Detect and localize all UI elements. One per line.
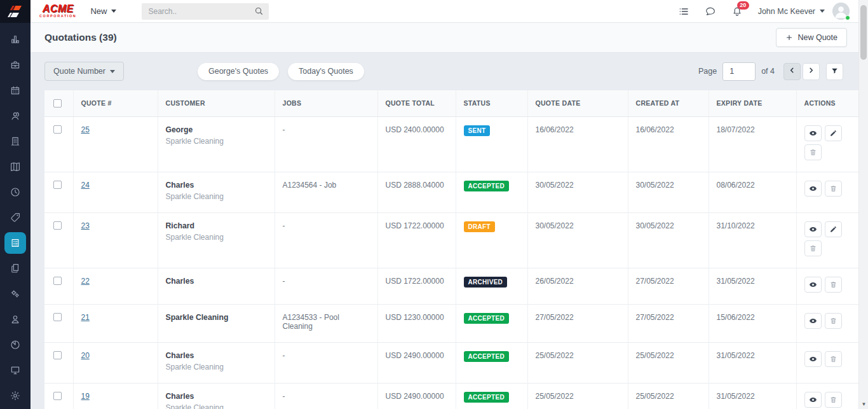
row-checkbox[interactable] [53,181,62,189]
next-page-button[interactable] [803,63,820,80]
quote-list-icon [4,232,26,254]
created-at-cell: 25/05/2022 [628,343,709,384]
sidebar-item-time[interactable] [0,179,31,205]
row-checkbox[interactable] [53,277,62,285]
brand-subtitle: CORPORATION [39,15,76,18]
eye-icon [809,355,817,363]
quote-number-link[interactable]: 22 [81,277,90,286]
sidebar-item-pricing[interactable] [0,205,31,230]
column-header: QUOTE TOTAL [377,90,456,117]
customer-name: Charles [166,351,267,360]
trash-icon [809,244,817,253]
delete-quote-button[interactable] [804,240,822,256]
view-quote-button[interactable] [804,392,822,408]
row-actions [804,181,844,197]
edit-quote-button[interactable] [825,221,842,237]
sidebar-item-schedule[interactable] [0,78,31,103]
column-header: QUOTE DATE [527,90,628,117]
select-all-checkbox[interactable] [53,99,62,107]
sidebar-item-devices[interactable] [0,357,31,383]
sidebar-item-reports[interactable] [0,332,31,357]
sidebar-item-catalog[interactable] [0,154,31,179]
jobs-cell: A1234564 - Job [275,172,377,213]
status-badge: ACCEPTED [464,313,509,324]
row-checkbox[interactable] [53,125,62,134]
quote-number-link[interactable]: 24 [81,181,90,190]
delete-quote-button[interactable] [825,313,842,329]
sidebar [0,0,31,409]
row-checkbox[interactable] [53,392,62,400]
delete-quote-button[interactable] [825,277,842,293]
quote-total-cell: USD 1722.00000 [377,268,456,305]
list-menu-icon[interactable] [678,6,689,17]
row-checkbox[interactable] [53,221,62,230]
edit-quote-button[interactable] [825,125,842,141]
delete-quote-button[interactable] [825,181,842,197]
view-quote-button[interactable] [804,277,822,293]
new-quote-label: New Quote [797,33,837,42]
status-badge: ACCEPTED [464,392,509,403]
sidebar-item-dashboard[interactable] [0,27,31,52]
view-quote-button[interactable] [804,313,822,329]
sidebar-item-documents[interactable] [0,256,31,281]
quote-date-cell: 27/05/2022 [527,305,628,343]
jobs-cell: A1234533 - Pool Cleaning [275,305,377,343]
quick-filter-pill[interactable]: Today's Quotes [288,63,364,80]
customer-name: Charles [166,181,267,190]
delete-quote-button[interactable] [804,144,822,160]
scroll-down-arrow-icon[interactable]: ▼ [859,401,868,407]
customer-name: Charles [166,277,267,286]
view-quote-button[interactable] [804,221,822,237]
row-checkbox[interactable] [53,313,62,321]
brand-logo[interactable]: ACME CORPORATION [39,4,76,18]
new-menu[interactable]: New [90,6,116,16]
copy-pages-icon [4,258,26,279]
customer-company: Sparkle Cleaning [166,403,267,409]
quote-number-link[interactable]: 20 [81,351,90,360]
eye-icon [809,317,817,325]
quote-total-cell: USD 2400.00000 [377,117,456,172]
user-name: John Mc Keever [758,7,815,16]
quote-number-link[interactable]: 21 [81,313,90,322]
search-icon[interactable] [254,6,264,18]
sidebar-item-team[interactable] [0,307,31,332]
sidebar-item-quotations[interactable] [0,230,31,256]
chat-icon[interactable] [705,6,716,17]
avatar[interactable] [832,3,850,20]
sidebar-item-invoices[interactable] [0,128,31,154]
quick-filter-pill[interactable]: George's Quotes [198,63,279,80]
sidebar-item-settings[interactable] [0,383,31,408]
search-input[interactable] [142,3,269,20]
page-number-input[interactable] [722,62,756,81]
quote-number-link[interactable]: 23 [81,221,90,230]
scrollbar-thumb[interactable] [860,5,867,60]
delete-quote-button[interactable] [825,392,842,408]
app-logo[interactable] [0,0,31,23]
notifications-bell-icon[interactable]: 20 [731,6,743,17]
sidebar-item-jobs[interactable] [0,52,31,78]
sidebar-item-customers[interactable] [0,103,31,128]
quote-date-cell: 16/06/2022 [527,117,628,172]
notification-badge: 20 [737,1,749,10]
chevron-right-icon [807,66,815,76]
user-menu[interactable]: John Mc Keever [758,7,825,16]
page-header: Quotations (39) New Quote [31,23,858,53]
trash-icon [829,355,837,363]
delete-quote-button[interactable] [825,351,842,367]
view-quote-button[interactable] [804,181,822,197]
quote-number-link[interactable]: 19 [81,392,90,401]
vertical-scrollbar[interactable]: ▼ [858,0,868,409]
view-quote-button[interactable] [804,125,822,141]
row-checkbox[interactable] [53,351,62,359]
sort-dropdown[interactable]: Quote Number [44,62,124,81]
brand-name: ACME [39,4,76,14]
row-actions [804,125,844,160]
previous-page-button[interactable] [783,63,801,80]
filter-button[interactable] [826,63,843,80]
view-quote-button[interactable] [804,351,822,367]
sidebar-item-services[interactable] [0,281,31,307]
expiry-date-cell: 31/10/2022 [709,213,796,268]
new-quote-button[interactable]: New Quote [776,28,847,47]
expiry-date-cell: 08/06/2022 [709,172,796,213]
quote-number-link[interactable]: 25 [81,125,90,134]
